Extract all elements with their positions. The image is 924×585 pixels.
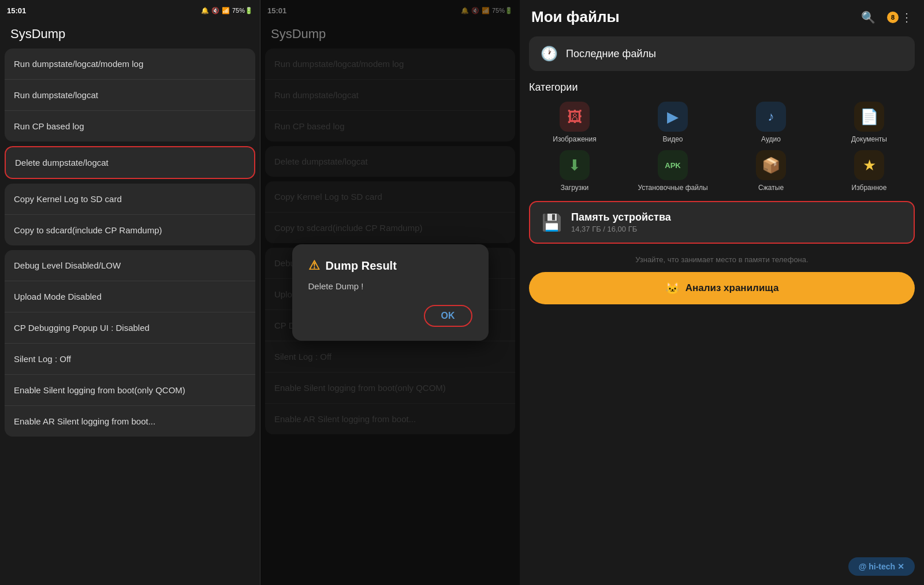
apk-icon: APK	[658, 150, 688, 180]
downloads-label: Загрузки	[561, 184, 588, 192]
images-label: Изображения	[553, 135, 596, 143]
menu-group-copy: Copy Kernel Log to SD card Copy to sdcar…	[5, 184, 255, 245]
storage-hint: Узнайте, что занимает место в памяти тел…	[520, 255, 924, 264]
signal-icon: 📶	[222, 7, 230, 14]
storage-info: Память устройства 14,37 ГБ / 16,00 ГБ	[571, 211, 902, 233]
menu-group-1: Run dumpstate/logcat/modem log Run dumps…	[5, 49, 255, 141]
dialog-title: ⚠ Dump Result	[308, 258, 472, 273]
analyze-button[interactable]: 🐱 Анализ хранилища	[529, 272, 915, 304]
notification-icon: 🔔	[201, 7, 209, 14]
menu-item-copy-kernel[interactable]: Copy Kernel Log to SD card	[5, 184, 255, 215]
dialog-message: Delete Dump !	[308, 281, 472, 291]
downloads-icon: ⬇	[560, 150, 590, 180]
category-apk[interactable]: APK Установочные файлы	[627, 150, 718, 192]
category-favorites[interactable]: ★ Избранное	[824, 150, 915, 192]
warning-icon: ⚠	[308, 258, 320, 273]
zip-label: Сжатые	[758, 184, 784, 192]
storage-device-icon: 💾	[542, 213, 562, 232]
recent-label: Последние файлы	[566, 48, 656, 60]
app-title-1: SysDump	[0, 21, 260, 49]
search-icon[interactable]: 🔍	[861, 10, 875, 24]
audio-label: Аудио	[761, 135, 781, 143]
files-header-icons: 🔍 8 ⋮	[861, 10, 912, 24]
menu-item-enable-ar-silent[interactable]: Enable AR Silent logging from boot...	[5, 406, 255, 437]
zip-icon: 📦	[756, 150, 786, 180]
menu-item-upload-mode[interactable]: Upload Mode Disabled	[5, 281, 255, 312]
panel-sysdump-main: 15:01 🔔 🔇 📶 75%🔋 SysDump Run dumpstate/l…	[0, 0, 260, 585]
status-bar-1: 15:01 🔔 🔇 📶 75%🔋	[0, 0, 260, 21]
storage-name: Память устройства	[571, 211, 902, 223]
menu-item-run-dumpstate-modem[interactable]: Run dumpstate/logcat/modem log	[5, 49, 255, 80]
menu-item-cp-debugging[interactable]: CP Debugging Popup UI : Disabled	[5, 312, 255, 344]
menu-item-run-dumpstate[interactable]: Run dumpstate/logcat	[5, 80, 255, 111]
recent-files-section[interactable]: 🕐 Последние файлы	[529, 36, 915, 71]
more-menu-area: 8 ⋮	[887, 10, 912, 24]
more-icon[interactable]: ⋮	[901, 10, 912, 24]
dialog-title-text: Dump Result	[326, 259, 397, 273]
analyze-icon: 🐱	[665, 281, 680, 295]
status-time-1: 15:01	[7, 6, 26, 15]
menu-item-debug-level[interactable]: Debug Level Disabled/LOW	[5, 250, 255, 281]
analyze-label: Анализ хранилища	[685, 282, 779, 294]
storage-size: 14,37 ГБ / 16,00 ГБ	[571, 225, 902, 233]
menu-group-settings: Debug Level Disabled/LOW Upload Mode Dis…	[5, 250, 255, 437]
categories-section: Категории 🖼 Изображения ▶ Видео ♪ Аудио …	[529, 81, 915, 192]
video-label: Видео	[662, 135, 683, 143]
dialog-actions: OK	[308, 305, 472, 327]
notification-badge: 8	[887, 12, 899, 23]
panel-my-files: Мои файлы 🔍 8 ⋮ 🕐 Последние файлы Катего…	[520, 0, 924, 585]
files-header: Мои файлы 🔍 8 ⋮	[520, 0, 924, 32]
docs-icon: 📄	[854, 102, 884, 132]
files-title: Мои файлы	[531, 8, 620, 26]
silent-icon: 🔇	[211, 7, 219, 14]
category-audio[interactable]: ♪ Аудио	[725, 102, 817, 143]
panel-sysdump-dialog: 15:01 🔔 🔇 📶 75%🔋 SysDump Run dumpstate/l…	[260, 0, 520, 585]
apk-label: Установочные файлы	[638, 184, 707, 192]
audio-icon: ♪	[756, 102, 786, 132]
menu-item-delete-dumpstate[interactable]: Delete dumpstate/logcat	[6, 147, 254, 178]
dialog-overlay: ⚠ Dump Result Delete Dump ! OK	[260, 0, 520, 585]
menu-item-silent-log[interactable]: Silent Log : Off	[5, 344, 255, 375]
favorites-icon: ★	[854, 150, 884, 180]
storage-section: 💾 Память устройства 14,37 ГБ / 16,00 ГБ	[529, 201, 915, 244]
video-icon: ▶	[658, 102, 688, 132]
battery-icon: 75%🔋	[232, 7, 253, 14]
menu-item-enable-silent[interactable]: Enable Silent logging from boot(only QCO…	[5, 375, 255, 406]
category-images[interactable]: 🖼 Изображения	[529, 102, 620, 143]
recent-clock-icon: 🕐	[541, 46, 558, 62]
menu-list-1: Run dumpstate/logcat/modem log Run dumps…	[0, 49, 260, 585]
watermark: @ hi-tech ✕	[848, 557, 915, 576]
menu-item-copy-sdcard[interactable]: Copy to sdcard(include CP Ramdump)	[5, 215, 255, 245]
watermark-text: @ hi-tech ✕	[859, 562, 904, 571]
storage-card[interactable]: 💾 Память устройства 14,37 ГБ / 16,00 ГБ	[529, 201, 915, 244]
dialog-ok-button[interactable]: OK	[424, 305, 472, 327]
dialog-box: ⚠ Dump Result Delete Dump ! OK	[292, 244, 489, 341]
category-downloads[interactable]: ⬇ Загрузки	[529, 150, 620, 192]
status-icons-1: 🔔 🔇 📶 75%🔋	[201, 7, 253, 14]
categories-title: Категории	[529, 81, 915, 94]
favorites-label: Избранное	[852, 184, 887, 192]
category-docs[interactable]: 📄 Документы	[824, 102, 915, 143]
categories-grid: 🖼 Изображения ▶ Видео ♪ Аудио 📄 Документ…	[529, 102, 915, 192]
category-zip[interactable]: 📦 Сжатые	[725, 150, 817, 192]
category-video[interactable]: ▶ Видео	[627, 102, 718, 143]
menu-item-run-cp-log[interactable]: Run CP based log	[5, 111, 255, 141]
docs-label: Документы	[851, 135, 887, 143]
menu-group-delete: Delete dumpstate/logcat	[5, 146, 255, 179]
images-icon: 🖼	[560, 102, 590, 132]
